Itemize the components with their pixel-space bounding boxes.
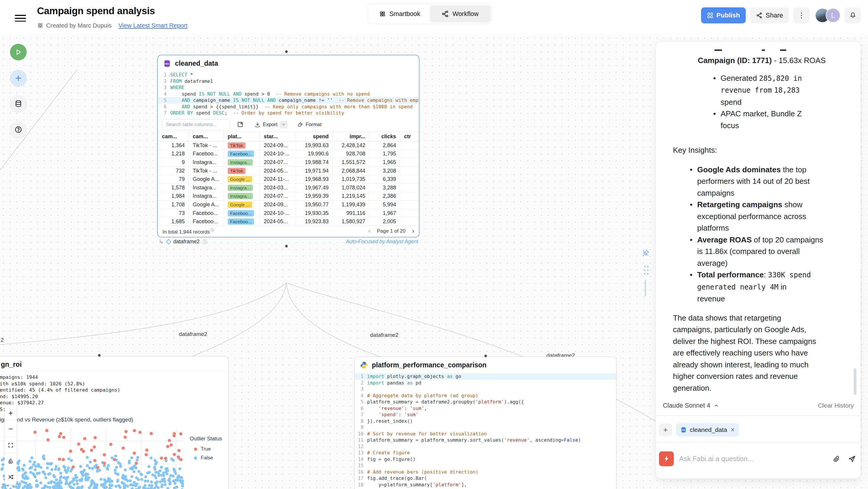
share-button[interactable]: Share [750, 7, 789, 23]
console-line: S: [0, 406, 228, 412]
more-options-button[interactable]: ⋮ [794, 7, 809, 23]
legend-marker [194, 456, 197, 460]
console-line: nd: $14995.20 [0, 393, 228, 400]
lock-axes-button[interactable] [5, 453, 17, 469]
edge-label-dataframe2: dataframe2 [370, 332, 399, 338]
table-row[interactable]: 1,218Faceboo...Faceboo...2024-10-...19,9… [158, 150, 419, 158]
code-line: 1import plotly.graph_objects as go [355, 373, 616, 380]
tab-smartbook[interactable]: Smartbook [369, 5, 430, 23]
python-editor[interactable]: 1import plotly.graph_objects as go2impor… [355, 372, 616, 489]
notifications-button[interactable] [845, 7, 861, 23]
node-platform-performance-comparison[interactable]: platform_performance_comparison 1import … [354, 357, 616, 489]
table-cell: Faceboo... [189, 218, 223, 226]
table-cell [400, 201, 420, 209]
panel-resize-handle[interactable] [645, 280, 646, 296]
output-dataframe-label[interactable]: dataframe2 [174, 239, 200, 245]
table-cell: 3,208 [369, 166, 400, 175]
add-node-button[interactable] [10, 70, 27, 86]
context-chip-cleaned-data[interactable]: SQL cleaned_data × [676, 423, 739, 437]
table-cell: Faceboo... [223, 209, 260, 217]
legend-item-true[interactable]: True [194, 446, 222, 452]
table-row[interactable]: 9Instagra...Instagra...2024-07...19,988.… [158, 158, 419, 167]
node-input-port[interactable] [285, 50, 288, 53]
clear-history-button[interactable]: Clear History [818, 402, 854, 409]
model-selector[interactable]: Claude Sonnet 4 [663, 402, 719, 409]
table-cell: 928,708 [333, 150, 369, 158]
format-button[interactable]: Format [298, 122, 321, 128]
next-page-button[interactable]: › [412, 228, 414, 235]
table-cell: Instagra... [223, 184, 260, 192]
shuffle-button[interactable] [5, 469, 17, 485]
search-table-columns-input[interactable] [162, 119, 230, 130]
column-header[interactable]: ctr [400, 132, 420, 141]
column-header[interactable]: cam... [189, 132, 223, 141]
remove-context-icon[interactable]: × [731, 426, 735, 434]
panel-drag-handle[interactable] [643, 265, 650, 275]
zoom-in-button[interactable]: + [5, 405, 17, 421]
campaign-detail-list: Generated 285,820 in revenue from 18,283… [713, 72, 817, 132]
code-line: 2FROM dataframe1 [158, 78, 419, 85]
table-row[interactable]: 1,364TikTok - ...TikTok2024-09...19,993.… [158, 142, 419, 150]
table-row[interactable]: 1,708Google A...Google ...2024-09...19,9… [158, 201, 419, 209]
node-cleaned-data[interactable]: SQL cleaned_data 1⌄SELECT *2FROM datafra… [157, 55, 420, 237]
platform-badge: Google ... [228, 202, 252, 208]
table-cell: Instagra... [189, 192, 223, 201]
export-button[interactable]: Export [255, 121, 287, 128]
panel-scrollbar[interactable] [854, 368, 857, 395]
chevron-up-icon [714, 403, 719, 408]
output-branch-icon: ↳ [159, 238, 164, 245]
table-cell: Faceboo... [223, 218, 260, 226]
data-sources-button[interactable] [10, 95, 27, 112]
tab-workflow[interactable]: Workflow [430, 5, 491, 23]
node-campaign-roi[interactable]: gn_roi mpaigns: 1944ith ≥$10k spend: 102… [0, 356, 228, 489]
table-row[interactable]: 1,984Instagra...Instagra...2024-07...19,… [158, 192, 419, 201]
view-smart-report-link[interactable]: View Latest Smart Report [118, 22, 187, 29]
menu-icon[interactable] [15, 13, 26, 23]
add-context-button[interactable]: + [659, 423, 672, 436]
unpin-panel-icon[interactable] [641, 249, 650, 257]
table-cell: 1,967 [369, 209, 400, 217]
expand-table-icon[interactable] [237, 121, 243, 128]
node-output-port[interactable] [285, 245, 288, 247]
chart-legend[interactable]: Outlier Status True False [190, 436, 222, 461]
column-header[interactable]: impr... [333, 132, 369, 141]
help-button[interactable] [10, 121, 27, 138]
column-header[interactable]: plat... [223, 132, 260, 141]
column-header[interactable]: spend [296, 132, 333, 141]
column-header[interactable]: cam... [158, 132, 189, 141]
table-row[interactable]: 1,685Faceboo...Faceboo...2024-05...19,92… [158, 218, 419, 226]
avatar[interactable]: L [826, 8, 840, 23]
console-line: enue: $37942.27 [0, 400, 228, 406]
fullscreen-button[interactable] [5, 437, 17, 453]
zoom-out-button[interactable]: − [5, 421, 17, 437]
run-workflow-button[interactable] [10, 44, 27, 60]
node-header[interactable]: SQL cleaned_data [158, 55, 419, 70]
ask-question-input[interactable] [679, 455, 828, 463]
dataframe-diamond-icon [166, 239, 171, 244]
export-options-chevron[interactable] [280, 121, 287, 128]
legend-item-false[interactable]: False [194, 455, 222, 461]
table-cell: 2024-09... [260, 142, 296, 150]
send-icon[interactable] [848, 455, 856, 463]
attachment-icon[interactable] [833, 455, 840, 463]
code-line: 4# Aggregate data by platform (ad group) [355, 393, 616, 399]
sql-editor[interactable]: 1⌄SELECT *2FROM dataframe13WHERE4 spend … [158, 70, 419, 118]
table-row[interactable]: 732TikTok - ...TikTok2024-05...19,971.94… [158, 166, 419, 175]
publish-button[interactable]: Publish [701, 7, 746, 23]
edge-label-dataframe2: dataframe2 [179, 331, 207, 337]
platform-badge: Faceboo... [228, 210, 254, 216]
dataframe-drag-handle[interactable]: ⋮ [203, 239, 207, 245]
table-cell [400, 158, 420, 166]
table-row[interactable]: 79Google A...Google ...2024-11-...19,968… [158, 175, 419, 184]
insights-list: Google Ads dominates the top performers … [689, 164, 830, 305]
prev-page-button[interactable]: ‹ [368, 228, 370, 235]
legend-label: False [201, 455, 213, 461]
node-input-port[interactable] [98, 354, 101, 357]
column-header[interactable]: star... [260, 132, 296, 141]
table-row[interactable]: 73Faceboo...Faceboo...2024-10-...19,930.… [158, 209, 419, 218]
table-cell [400, 218, 420, 226]
table-cell: TikTok [223, 142, 260, 150]
node-input-port[interactable] [484, 355, 487, 357]
table-row[interactable]: 1,578Instagra...Instagra...2024-03...19,… [158, 184, 419, 192]
column-header[interactable]: clicks [369, 132, 400, 141]
